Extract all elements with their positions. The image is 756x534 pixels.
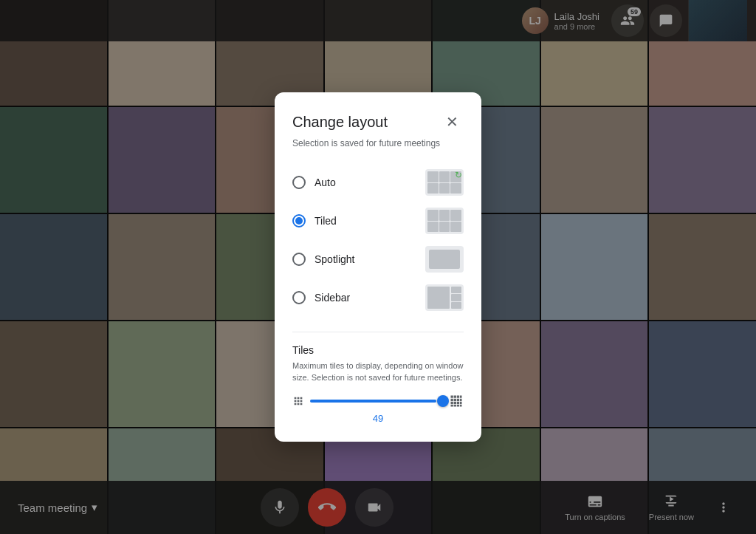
layout-sidebar-label: Sidebar bbox=[315, 292, 350, 304]
layout-auto-label: Auto bbox=[315, 177, 336, 188]
modal-subtitle: Selection is saved for future meetings bbox=[292, 138, 464, 148]
radio-spotlight bbox=[292, 253, 306, 266]
tiles-subtitle: Maximum tiles to display, depending on w… bbox=[292, 360, 464, 383]
tiles-slider[interactable] bbox=[310, 394, 443, 408]
layout-spotlight-label: Spotlight bbox=[315, 253, 354, 265]
layout-tiled-label: Tiled bbox=[315, 215, 337, 227]
layout-option-auto[interactable]: Auto ↻ bbox=[292, 163, 464, 202]
layout-option-spotlight[interactable]: Spotlight bbox=[292, 240, 464, 278]
layout-options: Auto ↻ bbox=[292, 163, 464, 317]
layout-preview-spotlight bbox=[425, 246, 464, 273]
modal-header: Change layout ✕ bbox=[292, 110, 464, 134]
layout-option-sidebar[interactable]: Sidebar bbox=[292, 278, 464, 317]
radio-tiled bbox=[292, 214, 306, 227]
modal-overlay: Change layout ✕ Selection is saved for f… bbox=[0, 0, 756, 534]
change-layout-modal: Change layout ✕ Selection is saved for f… bbox=[275, 92, 481, 442]
tiles-value: 49 bbox=[292, 413, 464, 424]
tiles-title: Tiles bbox=[292, 344, 464, 356]
layout-preview-tiled bbox=[425, 208, 464, 234]
layout-preview-sidebar bbox=[425, 284, 464, 311]
tiles-section: Tiles Maximum tiles to display, dependin… bbox=[292, 332, 464, 424]
grid-small-icon bbox=[292, 395, 304, 407]
radio-sidebar bbox=[292, 291, 306, 304]
layout-option-tiled[interactable]: Tiled bbox=[292, 202, 464, 240]
modal-title: Change layout bbox=[292, 114, 388, 131]
radio-auto bbox=[292, 176, 306, 189]
slider-row bbox=[292, 394, 464, 408]
layout-preview-auto: ↻ bbox=[425, 169, 464, 196]
close-button[interactable]: ✕ bbox=[440, 110, 464, 134]
grid-large-icon bbox=[449, 394, 464, 408]
